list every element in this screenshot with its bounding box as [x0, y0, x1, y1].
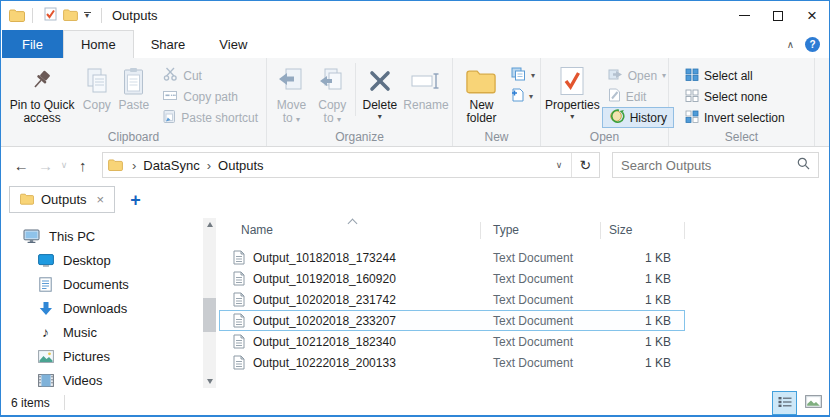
sidebar-item-this-pc[interactable]: This PC [1, 224, 219, 248]
new-item-icon [511, 67, 526, 84]
breadcrumb-chevron[interactable]: › [207, 158, 211, 173]
forward-button[interactable]: → [33, 157, 57, 174]
sidebar-item-videos[interactable]: Videos [1, 368, 219, 392]
column-header-type[interactable]: Type [481, 222, 601, 239]
invert-selection-button[interactable]: Invert selection [679, 107, 791, 128]
file-row[interactable]: Output_10202018_231742 Text Document 1 K… [219, 289, 685, 310]
breadcrumb-chevron[interactable]: › [132, 158, 136, 173]
rename-button[interactable]: Rename [402, 61, 450, 112]
properties-check-icon [559, 63, 585, 99]
chevron-down-icon: ▾ [296, 115, 300, 124]
select-none-button[interactable]: Select none [679, 86, 791, 107]
minimize-icon [739, 15, 750, 16]
file-row[interactable]: Output_10212018_182340 Text Document 1 K… [219, 331, 685, 352]
address-dropdown-button[interactable]: ∨ [547, 153, 571, 177]
recent-locations-button[interactable]: ∨ [58, 160, 71, 170]
scrollbar-thumb[interactable] [203, 298, 216, 332]
copy-to-icon [319, 63, 345, 99]
folder-tab-outputs[interactable]: Outputs × [9, 186, 115, 213]
new-folder-button[interactable]: New folder [457, 61, 506, 125]
new-item-button[interactable]: ▾ [508, 65, 538, 86]
sidebar-scrollbar[interactable] [203, 218, 216, 388]
delete-button[interactable]: Delete ▾ [358, 61, 402, 120]
copy-button[interactable]: Copy [79, 61, 114, 112]
search-box[interactable] [612, 152, 819, 178]
qat-new-folder-button[interactable] [60, 5, 80, 27]
file-row[interactable]: Output_10182018_173244 Text Document 1 K… [219, 247, 685, 268]
collapse-ribbon-button[interactable]: ∧ [787, 39, 794, 50]
sidebar-item-documents[interactable]: Documents [1, 272, 219, 296]
group-label-select: Select [669, 130, 814, 144]
copy-path-button[interactable]: Copy path [157, 86, 264, 107]
sidebar-item-music[interactable]: ♪ Music [1, 320, 219, 344]
large-icons-view-button[interactable] [801, 391, 826, 415]
minimize-button[interactable] [727, 1, 761, 30]
file-row[interactable]: Output_10222018_200133 Text Document 1 K… [219, 352, 685, 373]
history-icon [609, 109, 625, 126]
file-row[interactable]: Output_10192018_160920 Text Document 1 K… [219, 268, 685, 289]
invert-selection-icon [685, 110, 699, 126]
documents-icon [37, 277, 54, 292]
status-separator [64, 395, 65, 410]
scroll-down-button[interactable] [203, 375, 216, 388]
group-divider [355, 63, 356, 116]
text-document-icon [231, 334, 247, 349]
select-none-icon [685, 89, 699, 105]
sidebar-item-pictures[interactable]: Pictures [1, 344, 219, 368]
column-header-size[interactable]: Size [601, 222, 685, 239]
help-button[interactable]: ? [805, 37, 820, 52]
paste-button[interactable]: Paste [115, 61, 154, 112]
tab-view[interactable]: View [202, 30, 264, 58]
ribbon-group-organize: Move to ▾ Copy to ▾ Delete ▾ Ren [267, 58, 453, 146]
pc-icon [23, 229, 40, 244]
qat-properties-button[interactable] [40, 5, 60, 27]
sidebar-item-desktop[interactable]: Desktop [1, 248, 219, 272]
main-content: This PC Desktop Documents Downloads [1, 216, 829, 390]
cut-button[interactable]: Cut [157, 65, 264, 86]
pin-to-quick-access-button[interactable]: Pin to Quick access [5, 61, 79, 125]
text-document-icon [231, 313, 247, 328]
close-button[interactable]: × [795, 1, 829, 30]
chevron-down-icon: ▾ [529, 92, 533, 101]
easy-access-icon [511, 88, 524, 105]
tab-share[interactable]: Share [134, 30, 203, 58]
maximize-button[interactable] [761, 1, 795, 30]
breadcrumb-datasync[interactable]: DataSync [143, 158, 199, 173]
breadcrumb-outputs[interactable]: Outputs [218, 158, 264, 173]
downloads-icon [37, 301, 54, 316]
new-tab-button[interactable]: + [130, 191, 141, 209]
paste-shortcut-button[interactable]: Paste shortcut [157, 107, 264, 128]
refresh-button[interactable]: ↻ [571, 153, 599, 177]
copy-to-button[interactable]: Copy to ▾ [312, 61, 353, 126]
select-all-button[interactable]: Select all [679, 65, 791, 86]
address-bar[interactable]: › DataSync › Outputs ∨ ↻ [102, 152, 600, 178]
easy-access-button[interactable]: ▾ [508, 86, 538, 107]
ribbon-group-select: Select all Select none Invert selection … [669, 58, 815, 146]
move-to-button[interactable]: Move to ▾ [271, 61, 312, 126]
tab-file[interactable]: File [2, 30, 63, 58]
up-button[interactable]: ↑ [71, 157, 95, 174]
qat-customize-button[interactable]: ▾ [80, 12, 94, 20]
titlebar-separator [32, 8, 33, 23]
search-input[interactable] [621, 158, 797, 173]
open-button[interactable]: Open ▾ [602, 65, 674, 86]
file-list: Name Type Size Output_10182018_173244 Te… [219, 216, 829, 390]
tab-home[interactable]: Home [63, 30, 134, 58]
copy-icon [84, 63, 110, 99]
history-button[interactable]: History [602, 107, 674, 128]
music-icon: ♪ [37, 325, 54, 339]
close-tab-icon[interactable]: × [97, 192, 105, 207]
text-document-icon [231, 292, 247, 307]
scroll-up-button[interactable] [203, 218, 216, 231]
details-view-button[interactable] [772, 391, 797, 415]
paste-shortcut-icon [163, 109, 176, 126]
sidebar-item-downloads[interactable]: Downloads [1, 296, 219, 320]
pictures-icon [37, 350, 54, 363]
file-row-focused[interactable]: Output_10202018_233207 Text Document 1 K… [219, 310, 685, 331]
column-headers: Name Type Size [219, 218, 829, 242]
search-icon[interactable] [797, 156, 810, 174]
properties-button[interactable]: Properties ▾ [545, 61, 600, 120]
back-button[interactable]: ← [9, 157, 33, 174]
edit-button[interactable]: Edit [602, 86, 674, 107]
rename-icon [411, 63, 441, 99]
